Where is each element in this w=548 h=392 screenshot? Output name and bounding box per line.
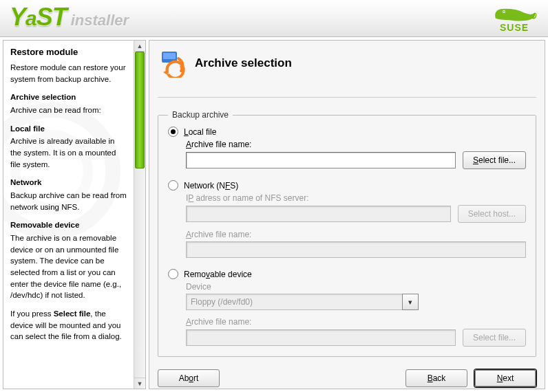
help-pane: Restore module Restore module can restor… [3,40,146,389]
help-text: Restore module Restore module can restor… [3,41,134,389]
help-scrollbar[interactable]: ▲ ▼ [134,41,145,389]
nfs-host-input [186,206,451,222]
svg-point-1 [503,10,505,12]
removable-file-input [186,329,456,346]
group-legend: Backup archive [168,110,233,120]
radio-local-file-label[interactable]: Local file [184,127,216,137]
radio-network-nfs[interactable] [168,180,178,190]
radio-network-nfs-label[interactable]: Network (NFS) [184,181,238,190]
distro-name: SUSE [500,22,529,33]
abort-button[interactable]: Abort [158,369,220,387]
svg-rect-3 [163,53,176,59]
distro-logo: SUSE [490,4,538,33]
brand: YaST installer [10,7,129,30]
main-pane: Archive selection Backup archive Local f… [149,40,545,389]
device-combobox-value: Floppy (/dev/fd0) [186,294,402,310]
scroll-down-icon[interactable]: ▼ [134,378,145,389]
help-intro: Restore module can restore your system f… [10,62,127,85]
page-header: Archive selection [158,49,536,98]
removable-select-file-button: Select file... [463,329,526,347]
radio-local-file[interactable] [168,127,178,137]
option-nfs: Network (NFS) IP adress or name of NFS s… [168,180,526,258]
option-removable: Removable device Device Floppy (/dev/fd0… [168,269,526,347]
archive-selection-icon [158,49,187,78]
radio-removable-device-label[interactable]: Removable device [184,270,252,279]
local-select-file-button[interactable]: Select file... [463,151,526,169]
help-p-0: Archive can be read from: [10,105,127,116]
scroll-track[interactable] [134,52,145,378]
help-p-3: The archive is on a removable device or … [10,232,127,301]
removable-file-label: Archive file name: [186,317,526,327]
device-combobox-button[interactable]: ▾ [402,294,419,310]
help-h-0: Archive selection [10,91,127,103]
app-header: YaST installer SUSE [0,0,548,37]
nfs-file-input [186,241,526,258]
next-button[interactable]: Next [474,369,536,387]
nfs-select-host-button: Select host... [458,205,526,223]
help-p-1: Archive is already available in the syst… [10,135,127,170]
scroll-thumb[interactable] [135,52,145,168]
radio-removable-device[interactable] [168,269,178,279]
help-p-2: Backup archive can be read from network … [10,190,127,213]
backup-archive-group: Backup archive Local file Archive file n… [158,110,536,357]
nfs-file-label: Archive file name: [186,230,526,239]
help-h-1: Local file [10,123,127,135]
back-button[interactable]: Back [405,369,467,387]
help-h-2: Network [10,177,127,188]
help-tail: If you press Select file, the device wil… [10,308,127,342]
local-file-label: Archive file name: [186,140,526,149]
page-title: Archive selection [195,56,292,70]
brand-logo-text: YaST [10,7,67,30]
wizard-buttons: Abort Back Next [158,369,536,387]
help-title: Restore module [10,46,127,59]
option-local: Local file Archive file name: Select fil… [168,127,526,169]
device-label: Device [186,282,526,292]
local-file-input[interactable] [186,152,456,168]
device-combobox: Floppy (/dev/fd0) ▾ [186,294,419,310]
help-h-3: Removable device [10,219,127,231]
chevron-down-icon: ▾ [408,298,412,307]
brand-subtitle: installer [71,12,129,30]
nfs-host-label: IP adress or name of NFS server: [186,193,526,203]
scroll-up-icon[interactable]: ▲ [134,41,145,52]
